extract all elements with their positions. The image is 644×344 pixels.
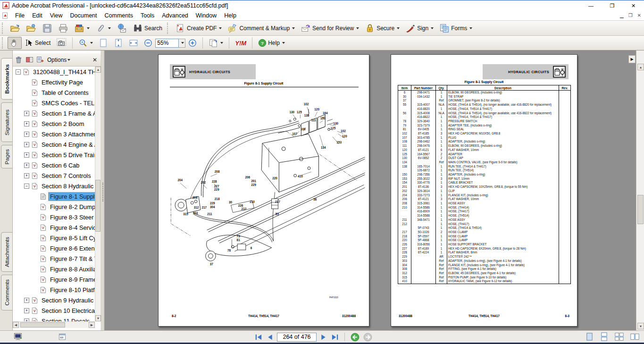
expand-plus-icon[interactable]: + (24, 163, 29, 168)
bookmark-item[interactable]: +Section 5 Drive Train (13, 150, 95, 160)
continuous-layout-icon[interactable] (600, 332, 608, 341)
zoom-level-dropdown[interactable] (179, 39, 185, 48)
zoom-out-button[interactable] (142, 37, 155, 49)
panel-close-icon[interactable]: ✕ (91, 57, 99, 63)
bookmarks-scrollbar-thumb[interactable] (95, 180, 100, 232)
open-web-button[interactable] (24, 22, 39, 35)
scroll-down-icon[interactable]: ▼ (637, 323, 644, 329)
menu-item-view[interactable]: View (46, 11, 67, 20)
zoom-level-input[interactable] (155, 39, 179, 48)
page-size-icon[interactable] (58, 332, 67, 342)
help-dropdown-arrow[interactable] (282, 42, 285, 44)
reading-mode-icon[interactable] (13, 332, 23, 342)
tab-attachments[interactable]: Attachments (1, 232, 12, 272)
document-scrollbar-thumb[interactable] (637, 195, 644, 224)
tab-bookmarks[interactable]: Bookmarks (1, 58, 12, 100)
bookmark-item[interactable]: −Section 8 Hydraulic (13, 181, 95, 191)
bookmark-item[interactable]: +Section 11 Decals (13, 316, 95, 321)
bookmark-item[interactable]: Figure 8-7 Tilt & T (13, 253, 95, 264)
sign-dropdown-arrow[interactable] (431, 27, 434, 29)
single-page-layout-icon[interactable] (585, 332, 594, 341)
zoom-in-button[interactable] (186, 37, 199, 49)
previous-view-button[interactable] (351, 333, 360, 342)
send-for-review-button[interactable]: Send for Review (298, 22, 361, 35)
organizer-dropdown-arrow[interactable] (87, 27, 90, 29)
attach-button[interactable] (93, 22, 113, 35)
bookmark-item[interactable]: Figure 8-4 Service (13, 222, 95, 233)
forms-dropdown-arrow[interactable] (469, 27, 472, 29)
bookmark-item[interactable]: Table of Contents (13, 87, 95, 98)
continuous-facing-layout-icon[interactable] (615, 332, 624, 341)
show-howto-pane-button[interactable]: ▶ (628, 55, 636, 63)
bookmark-item[interactable]: +Section 6 Cab (13, 160, 95, 170)
document-vertical-scrollbar[interactable]: ▲ ▼ (636, 50, 644, 330)
organizer-button[interactable] (72, 22, 92, 35)
bookmarks-vertical-scrollbar[interactable]: ▲ ▼ (95, 67, 101, 321)
save-button[interactable] (40, 22, 55, 35)
create-pdf-dropdown-arrow[interactable] (219, 27, 222, 29)
new-bookmark-icon[interactable] (36, 56, 44, 64)
doc-minimize-icon[interactable]: ▁ (620, 13, 624, 18)
collapse-minus-icon[interactable]: − (24, 184, 29, 189)
close-button[interactable]: ✕ (623, 0, 644, 11)
splitter-grip[interactable] (102, 183, 104, 201)
bookmark-item[interactable]: Effectivity Page (13, 77, 95, 87)
zoom-tool-button[interactable] (76, 37, 95, 49)
tab-comments[interactable]: Comments (1, 275, 12, 310)
actual-size-button[interactable] (96, 37, 110, 49)
fit-width-button[interactable] (126, 37, 141, 49)
first-page-button[interactable] (255, 334, 263, 341)
comment-markup-dropdown-arrow[interactable] (292, 27, 295, 29)
maximize-button[interactable]: ❐ (602, 0, 623, 11)
bookmark-item[interactable]: Figure 8-1 Supply (13, 191, 95, 201)
expand-plus-icon[interactable]: + (24, 132, 29, 137)
bookmark-item[interactable]: +Section 7 Controls (13, 170, 95, 181)
search-button[interactable]: Search (130, 22, 165, 35)
secure-dropdown-arrow[interactable] (397, 27, 400, 29)
menu-item-tools[interactable]: Tools (137, 11, 158, 20)
expand-plus-icon[interactable]: + (24, 121, 29, 126)
zoom-tool-dropdown-arrow[interactable] (90, 42, 93, 44)
snapshot-button[interactable] (54, 36, 69, 50)
attach-dropdown-arrow[interactable] (108, 27, 111, 29)
menu-item-comments[interactable]: Comments (101, 11, 137, 20)
bookmark-item[interactable]: +Section 10 Electrica (13, 305, 95, 316)
expand-plus-icon[interactable]: + (24, 142, 29, 147)
secure-button[interactable]: Secure (362, 22, 402, 35)
create-pdf-button[interactable]: Create PDF (173, 22, 224, 35)
yahoo-search-button[interactable]: Y!M (233, 38, 249, 48)
delete-bookmark-icon[interactable] (15, 56, 23, 64)
menu-item-document[interactable]: Document (67, 11, 101, 20)
fit-page-button[interactable] (111, 37, 125, 49)
doc-close-icon[interactable]: ✕ (637, 13, 641, 18)
menu-item-help[interactable]: Help (220, 11, 240, 20)
bookmark-item[interactable]: Figure 8-6 Extend (13, 243, 95, 253)
bookmark-item[interactable]: Figure 8-5 Lift Cyl (13, 233, 95, 243)
scroll-up-icon[interactable]: ▲ (637, 64, 644, 70)
next-page-button[interactable] (320, 334, 327, 341)
tab-signatures[interactable]: Signatures (1, 102, 12, 142)
page-indicator-input[interactable] (277, 333, 317, 342)
menu-item-window[interactable]: Window (192, 11, 220, 20)
next-view-button[interactable] (363, 333, 372, 342)
menu-item-advanced[interactable]: Advanced (158, 11, 192, 20)
bookmark-item[interactable]: +Section 3 Attachmen (13, 129, 95, 139)
options-menu[interactable]: Options (47, 57, 70, 63)
expand-plus-icon[interactable]: + (24, 298, 29, 303)
help-button[interactable]: ? Help (256, 37, 287, 49)
bookmark-item[interactable]: Figure 8-2 Dump (13, 201, 95, 212)
bookmark-item[interactable]: Figure 8-8 Auxilia (13, 264, 95, 274)
scroll-left-icon[interactable]: ◀ (13, 322, 19, 328)
scroll-down-icon[interactable]: ▼ (95, 315, 101, 321)
bookmarks-hscrollbar-thumb[interactable] (20, 322, 65, 327)
tab-pages[interactable]: Pages (1, 145, 12, 168)
previous-page-button[interactable] (267, 334, 273, 341)
expand-plus-icon[interactable]: + (24, 111, 29, 116)
minimize-button[interactable]: — (580, 0, 602, 11)
menu-item-edit[interactable]: Edit (28, 11, 46, 20)
panel-splitter[interactable] (101, 50, 105, 330)
sign-button[interactable]: Sign (403, 22, 436, 35)
expand-plus-icon[interactable]: + (24, 152, 29, 158)
select-tool-button[interactable]: Select (23, 37, 53, 49)
bookmark-item[interactable]: Figure 8-3 Steer S (13, 212, 95, 222)
